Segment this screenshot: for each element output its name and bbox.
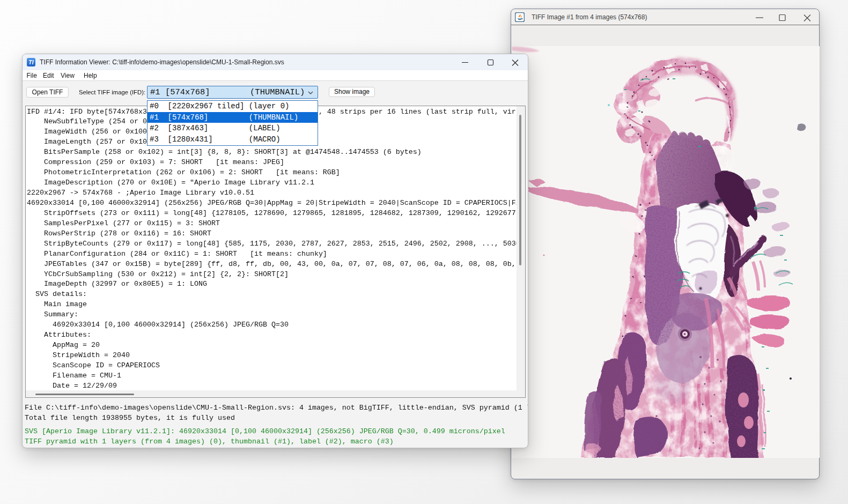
svg-text:TI: TI (28, 59, 34, 65)
